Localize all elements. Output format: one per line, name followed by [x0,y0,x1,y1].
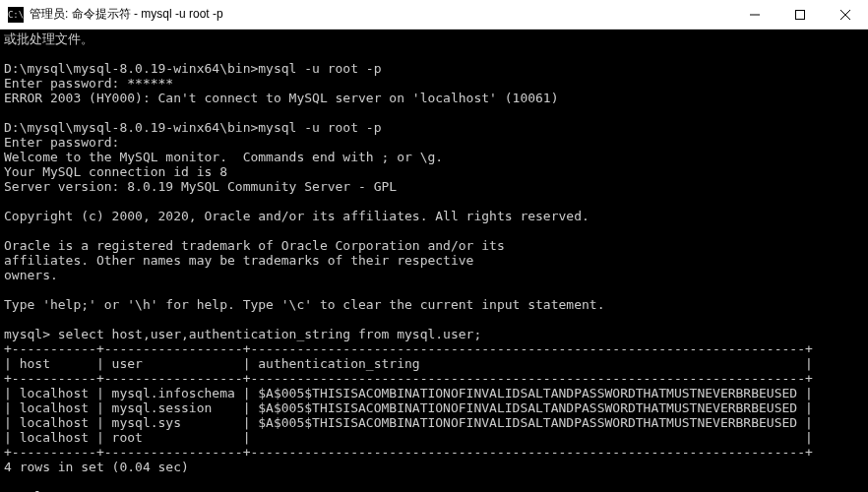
terminal-line: | host | user | authentication_string | [4,356,864,371]
terminal-line: 或批处理文件。 [4,31,864,46]
maximize-button[interactable] [777,0,823,30]
terminal-line: owners. [4,268,864,282]
terminal-line: ERROR 2003 (HY000): Can't connect to MyS… [4,91,864,105]
terminal-line: Welcome to the MySQL monitor. Commands e… [4,150,864,164]
terminal-line [4,282,864,297]
terminal-line: Server version: 8.0.19 MySQL Community S… [4,179,864,194]
terminal-line: mysql> select host,user,authentication_s… [4,327,864,341]
window-titlebar: C:\ 管理员: 命令提示符 - mysql -u root -p [0,0,868,30]
terminal-line: +-----------+------------------+--------… [4,341,864,356]
terminal-line: Copyright (c) 2000, 2020, Oracle and/or … [4,209,864,223]
svg-rect-1 [796,10,805,19]
cmd-icon: C:\ [8,7,24,23]
maximize-icon [795,10,805,20]
terminal-line: Enter password: [4,135,864,150]
terminal-line: +-----------+------------------+--------… [4,371,864,386]
terminal-line: | localhost | mysql.sys | $A$005$THISISA… [4,415,864,430]
terminal-line [4,105,864,120]
window-title: 管理员: 命令提示符 - mysql -u root -p [30,6,223,23]
minimize-icon [750,10,760,20]
terminal-line [4,312,864,327]
terminal-line [4,474,864,489]
terminal-line: | localhost | mysql.infoschema | $A$005$… [4,386,864,400]
terminal-line: | localhost | mysql.session | $A$005$THI… [4,400,864,415]
terminal-output[interactable]: 或批处理文件。 D:\mysql\mysql-8.0.19-winx64\bin… [0,30,868,492]
terminal-line [4,223,864,238]
terminal-line: Enter password: ****** [4,76,864,91]
terminal-line: Your MySQL connection id is 8 [4,164,864,179]
terminal-line: +-----------+------------------+--------… [4,445,864,460]
terminal-line: Type 'help;' or '\h' for help. Type '\c'… [4,297,864,312]
terminal-line: D:\mysql\mysql-8.0.19-winx64\bin>mysql -… [4,120,864,135]
terminal-line: D:\mysql\mysql-8.0.19-winx64\bin>mysql -… [4,61,864,76]
minimize-button[interactable] [732,0,777,30]
close-icon [840,10,850,20]
terminal-line: | localhost | root | | [4,430,864,445]
terminal-line: Oracle is a registered trademark of Orac… [4,238,864,253]
terminal-line [4,194,864,209]
close-button[interactable] [823,0,868,30]
terminal-line: affiliates. Other names may be trademark… [4,253,864,268]
terminal-line [4,46,864,61]
terminal-line: 4 rows in set (0.04 sec) [4,460,864,474]
